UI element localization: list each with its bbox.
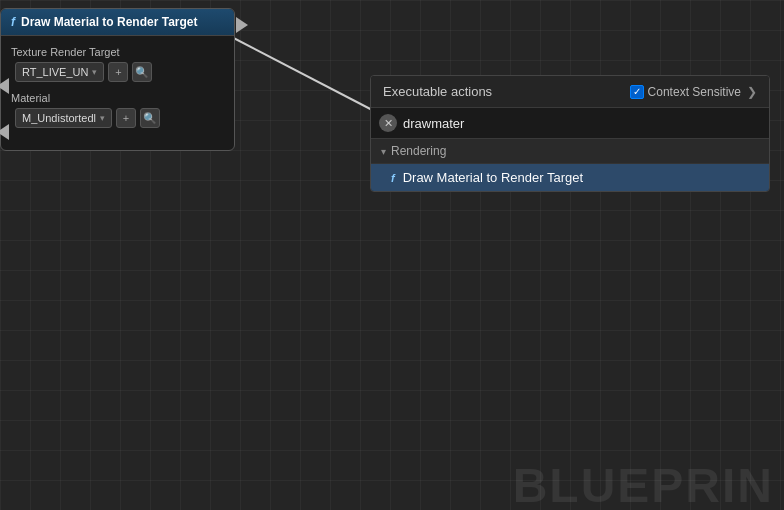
search-clear-button[interactable]: ✕ (379, 114, 397, 132)
material-dropdown[interactable]: M_Undistortedl ▾ (15, 108, 112, 128)
texture-render-target-value: RT_LIVE_UN (22, 66, 88, 78)
context-sensitive-checkbox[interactable]: ✓ Context Sensitive (630, 85, 741, 99)
action-item-label: Draw Material to Render Target (403, 170, 583, 185)
exec-pin-right (236, 17, 248, 33)
texture-render-target-field: Texture Render Target RT_LIVE_UN ▾ + 🔍 (11, 46, 224, 82)
texture-input-pin (0, 78, 9, 94)
category-label: Rendering (391, 144, 446, 158)
node-title: Draw Material to Render Target (21, 15, 197, 29)
material-browse-btn[interactable]: + (116, 108, 136, 128)
action-menu-header: Executable actions ✓ Context Sensitive ❯ (371, 76, 769, 108)
material-input-pin (0, 124, 9, 140)
material-label: Material (11, 92, 224, 104)
texture-render-target-row: RT_LIVE_UN ▾ + 🔍 (11, 62, 224, 82)
node-function-icon: f (11, 15, 15, 29)
checkbox-box: ✓ (630, 85, 644, 99)
material-row: M_Undistortedl ▾ + 🔍 (11, 108, 224, 128)
blueprint-node: f Draw Material to Render Target Texture… (0, 8, 235, 151)
material-value: M_Undistortedl (22, 112, 96, 124)
action-menu-panel: Executable actions ✓ Context Sensitive ❯… (370, 75, 770, 192)
texture-search-btn[interactable]: 🔍 (132, 62, 152, 82)
node-body: Texture Render Target RT_LIVE_UN ▾ + 🔍 M… (1, 36, 234, 150)
search-row: ✕ (371, 108, 769, 139)
dropdown-chevron: ▾ (92, 67, 97, 77)
context-sensitive-row: ✓ Context Sensitive ❯ (630, 85, 757, 99)
material-dropdown-chevron: ▾ (100, 113, 105, 123)
menu-expand-arrow[interactable]: ❯ (747, 85, 757, 99)
node-header: f Draw Material to Render Target (1, 9, 234, 36)
action-item-draw-material[interactable]: f Draw Material to Render Target (371, 164, 769, 191)
watermark: BLUEPRIN (513, 462, 784, 510)
texture-render-target-dropdown[interactable]: RT_LIVE_UN ▾ (15, 62, 104, 82)
action-item-icon: f (391, 172, 395, 184)
rendering-category[interactable]: ▾ Rendering (371, 139, 769, 164)
material-field: Material M_Undistortedl ▾ + 🔍 (11, 92, 224, 128)
category-expand-arrow: ▾ (381, 146, 386, 157)
texture-render-target-label: Texture Render Target (11, 46, 224, 58)
material-search-btn[interactable]: 🔍 (140, 108, 160, 128)
context-sensitive-label: Context Sensitive (648, 85, 741, 99)
close-icon: ✕ (384, 117, 393, 130)
checkbox-check: ✓ (633, 86, 641, 97)
action-menu-title: Executable actions (383, 84, 492, 99)
search-input[interactable] (403, 116, 761, 131)
texture-browse-btn[interactable]: + (108, 62, 128, 82)
